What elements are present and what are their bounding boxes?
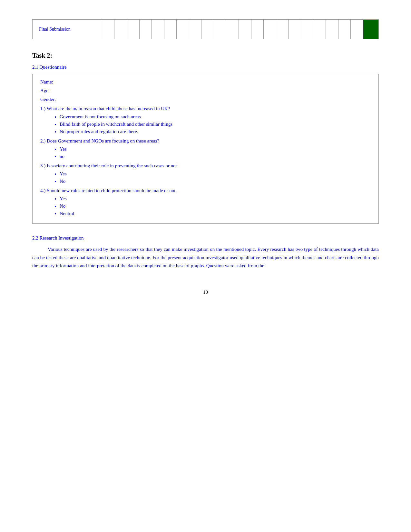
grid-cell-18 [313, 20, 326, 39]
grid-cell-8 [189, 20, 201, 39]
question-3: 3.) Is society contributing their role i… [40, 163, 371, 169]
grid-cell-green [363, 20, 378, 39]
grid-cell-11 [226, 20, 239, 39]
research-paragraph: Various techniques are used by the resea… [32, 245, 379, 270]
question-1: 1.) What are the main reason that child … [40, 106, 371, 112]
page-number: 10 [32, 290, 379, 295]
list-item: no [60, 154, 371, 159]
question-2-options: Yes no [40, 146, 371, 159]
list-item: Neutral [60, 211, 371, 216]
grid-cell-19 [326, 20, 338, 39]
grid-cell-7 [177, 20, 189, 39]
field-age: Age: [40, 88, 371, 94]
grid-cell-5 [152, 20, 164, 39]
question-1-options: Government is not focusing on such areas… [40, 114, 371, 134]
header-label: Final Submission [33, 20, 102, 39]
list-item: Yes [60, 146, 371, 152]
question-3-options: Yes No [40, 171, 371, 184]
field-name: Name: [40, 79, 371, 85]
grid-cell-10 [214, 20, 226, 39]
task-heading: Task 2: [32, 52, 379, 59]
question-4: 4.) Should new rules related to child pr… [40, 188, 371, 193]
list-item: Government is not focusing on such areas [60, 114, 371, 120]
field-gender: Gender: [40, 97, 371, 102]
grid-cell-3 [127, 20, 139, 39]
questionnaire-box: Name: Age: Gender: 1.) What are the main… [32, 74, 379, 224]
list-item: No [60, 179, 371, 184]
list-item: No [60, 203, 371, 209]
list-item: No proper rules and regulation are there… [60, 129, 371, 134]
section1-link[interactable]: 2.1 Questionnaire [32, 64, 379, 70]
list-item: Blind faith of people in witchcraft and … [60, 122, 371, 127]
grid-cell-6 [164, 20, 177, 39]
list-item: Yes [60, 171, 371, 177]
grid-cell-20 [338, 20, 351, 39]
section2-heading[interactable]: 2.2 Research Investigation [32, 235, 379, 241]
grid-cell-9 [201, 20, 214, 39]
grid-cell-15 [276, 20, 289, 39]
grid-cell-16 [289, 20, 301, 39]
grid-cell-2 [114, 20, 127, 39]
grid-cell-14 [264, 20, 276, 39]
grid-cell-17 [301, 20, 313, 39]
grid-cell-13 [251, 20, 264, 39]
grid-cell-12 [239, 20, 251, 39]
grid-cell-1 [102, 20, 114, 39]
page-container: Final Submission Task 2: 2 [32, 19, 379, 295]
header-table: Final Submission [32, 19, 379, 39]
grid-cell-4 [139, 20, 152, 39]
grid-cell-21 [351, 20, 363, 39]
list-item: Yes [60, 196, 371, 202]
question-2: 2.) Does Government and NGOs are focusin… [40, 138, 371, 144]
question-4-options: Yes No Neutral [40, 196, 371, 216]
